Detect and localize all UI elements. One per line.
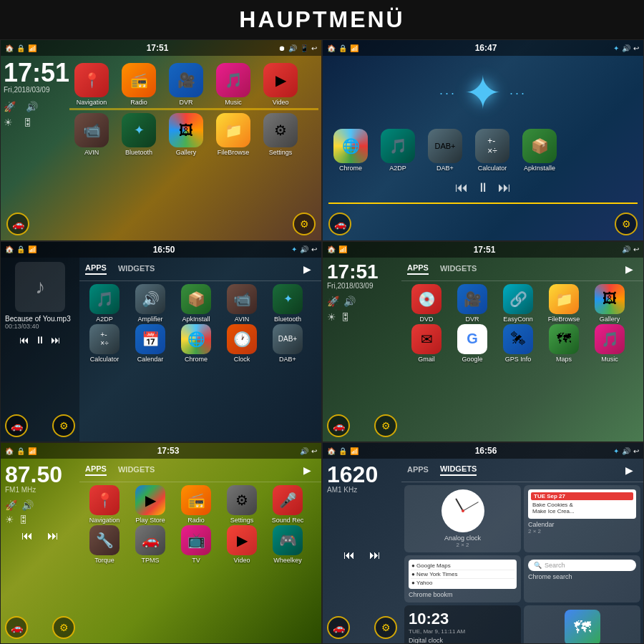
app-playstore-5[interactable]: ▶ Play Store bbox=[128, 485, 172, 524]
app-torque-5[interactable]: 🔧 Torque bbox=[82, 525, 127, 564]
dock-btn-42[interactable]: ⚙ bbox=[374, 414, 397, 437]
app-easyconn-4[interactable]: 🔗 EasyConn bbox=[496, 284, 540, 323]
app-gps-4[interactable]: 🛰 GPS Info bbox=[496, 324, 540, 363]
app-calc-2[interactable]: +-×÷ Calculator bbox=[470, 129, 514, 172]
app-a2dp-3[interactable]: 🎵 A2DP bbox=[82, 284, 127, 323]
widget-chrome-bookmarks[interactable]: ● Google Maps ● New York Times ● Yahoo C… bbox=[404, 555, 521, 602]
home-icon-2[interactable]: 🏠 bbox=[327, 44, 336, 52]
app-dab-3[interactable]: DAB+ DAB+ bbox=[265, 324, 310, 363]
next-btn-2[interactable]: ⏭ bbox=[498, 180, 511, 195]
widget-analog-clock[interactable]: Analog clock 2 × 2 bbox=[404, 485, 521, 552]
prev-btn-3[interactable]: ⏮ bbox=[19, 334, 29, 346]
tab-widgets-3[interactable]: WIDGETS bbox=[118, 264, 155, 274]
back-icon-2[interactable]: ↩ bbox=[633, 44, 639, 52]
play-btn-2[interactable]: ⏸ bbox=[477, 180, 489, 195]
app-gmail-4[interactable]: ✉ Gmail bbox=[404, 324, 449, 363]
app-dvr[interactable]: 🎥 DVR bbox=[164, 63, 208, 106]
dock-btn-2[interactable]: ⚙ bbox=[293, 213, 316, 235]
tab-widgets-4[interactable]: WIDGETS bbox=[440, 264, 477, 274]
dock-btn-22[interactable]: ⚙ bbox=[615, 213, 638, 235]
radio-prev-5[interactable]: ⏮ bbox=[21, 530, 33, 542]
play-store-btn-5[interactable]: ▶ bbox=[298, 462, 316, 479]
tab-apps-6[interactable]: APPS bbox=[407, 465, 429, 475]
app-filebrowse[interactable]: 📁 FileBrowse bbox=[211, 113, 255, 156]
back-icon-3[interactable]: ↩ bbox=[311, 245, 317, 253]
app-apkinstall-3[interactable]: 📦 ApkInstall bbox=[174, 284, 218, 323]
app-gallery[interactable]: 🖼 Gallery bbox=[164, 113, 208, 156]
prev-btn-2[interactable]: ⏮ bbox=[455, 180, 468, 195]
app-chrome-2[interactable]: 🌐 Chrome bbox=[328, 129, 373, 172]
next-btn-3[interactable]: ⏭ bbox=[51, 334, 61, 346]
app-music-4[interactable]: 🎵 Music bbox=[587, 324, 632, 363]
back-icon[interactable]: ↩ bbox=[311, 44, 317, 52]
app-gallery-4[interactable]: 🖼 Gallery bbox=[587, 284, 632, 323]
app-chrome-3[interactable]: 🌐 Chrome bbox=[174, 324, 218, 363]
app-calc-3[interactable]: +-×÷ Calculator bbox=[82, 324, 127, 363]
widget-chrome-search[interactable]: 🔍 Search Chrome search bbox=[524, 555, 640, 602]
app-google-4[interactable]: G Google bbox=[450, 324, 494, 363]
app-dab-2[interactable]: DAB+ DAB+ bbox=[423, 129, 467, 172]
app-filebrowse-4[interactable]: 📁 FileBrowse bbox=[542, 284, 586, 323]
app-tpms-5[interactable]: 🚗 TPMS bbox=[128, 525, 172, 564]
dock-btn-31[interactable]: 🚗 bbox=[5, 414, 28, 437]
home-icon-3[interactable]: 🏠 bbox=[5, 245, 14, 253]
widget-calendar[interactable]: TUE Sep 27 Bake Cookies &Make Ice Crea..… bbox=[524, 485, 640, 552]
tab-widgets-5[interactable]: WIDGETS bbox=[118, 465, 155, 475]
back-icon-5[interactable]: ↩ bbox=[311, 447, 317, 455]
sun-icon-5[interactable]: ☀ bbox=[5, 514, 14, 525]
play-store-btn-4[interactable]: ▶ bbox=[620, 260, 638, 278]
tab-apps-4[interactable]: APPS bbox=[407, 263, 429, 275]
vol-ctrl-5[interactable]: 🔊 bbox=[21, 499, 34, 511]
app-dvd-4[interactable]: 💿 DVD bbox=[404, 284, 449, 323]
app-video[interactable]: ▶ Video bbox=[258, 63, 303, 106]
dock-btn-51[interactable]: 🚗 bbox=[5, 616, 28, 639]
vol-ctrl-icon-4[interactable]: 🔊 bbox=[343, 296, 356, 307]
sun-icon-4[interactable]: ☀ bbox=[327, 311, 336, 323]
app-apk-2[interactable]: 📦 ApkInstalle bbox=[517, 129, 562, 172]
back-icon-4[interactable]: ↩ bbox=[633, 245, 639, 253]
play-btn-3[interactable]: ⏸ bbox=[35, 334, 45, 346]
tab-apps-3[interactable]: APPS bbox=[85, 263, 107, 275]
play-store-btn-6[interactable]: ▶ bbox=[620, 462, 638, 479]
app-navigation[interactable]: 📍 Navigation bbox=[69, 63, 114, 106]
equalizer-icon[interactable]: 🎛 bbox=[23, 117, 33, 128]
app-dvr-4[interactable]: 🎥 DVR bbox=[450, 284, 494, 323]
tab-apps-5[interactable]: APPS bbox=[85, 464, 107, 476]
app-wheelkey-5[interactable]: 🎮 Wheelkey bbox=[265, 525, 310, 564]
home-icon-4[interactable]: 🏠 bbox=[327, 245, 336, 253]
app-clock-3[interactable]: 🕐 Clock bbox=[220, 324, 264, 363]
dock-btn-41[interactable]: 🚗 bbox=[327, 414, 350, 437]
dock-btn-52[interactable]: ⚙ bbox=[52, 616, 75, 639]
app-soundrec-5[interactable]: 🎤 Sound Rec bbox=[265, 485, 310, 524]
back-icon-6[interactable]: ↩ bbox=[633, 447, 639, 455]
app-tv-5[interactable]: 📺 TV bbox=[174, 525, 218, 564]
dock-btn-32[interactable]: ⚙ bbox=[52, 414, 75, 437]
home-icon[interactable]: 🏠 bbox=[5, 44, 14, 52]
app-video-5[interactable]: ▶ Video bbox=[220, 525, 264, 564]
app-amplifier-3[interactable]: 🔊 Amplifier bbox=[128, 284, 172, 323]
app-nav-5[interactable]: 📍 Navigation bbox=[82, 485, 127, 524]
home-icon-5[interactable]: 🏠 bbox=[5, 447, 14, 455]
widget-directions[interactable]: 🗺 Directions 1 × 1 bbox=[524, 605, 640, 643]
dock-btn-61[interactable]: 🚗 bbox=[327, 616, 350, 639]
app-maps-4[interactable]: 🗺 Maps bbox=[542, 324, 586, 363]
widget-digital-clock[interactable]: 10:23 TUE, Mar 9, 11:11 AM Digital clock bbox=[404, 605, 521, 643]
app-music[interactable]: 🎵 Music bbox=[211, 63, 255, 106]
radio-next-5[interactable]: ⏭ bbox=[47, 530, 59, 542]
app-settings[interactable]: ⚙ Settings bbox=[258, 113, 303, 156]
brightness-icon[interactable]: ☀ bbox=[4, 117, 13, 128]
app-avin-3[interactable]: 📹 AVIN bbox=[220, 284, 264, 323]
app-bluetooth[interactable]: ✦ Bluetooth bbox=[117, 113, 161, 156]
home-icon-6[interactable]: 🏠 bbox=[327, 447, 336, 455]
app-radio-5[interactable]: 📻 Radio bbox=[174, 485, 218, 524]
eq-icon-4[interactable]: 🎛 bbox=[341, 311, 351, 323]
app-settings-5[interactable]: ⚙ Settings bbox=[220, 485, 264, 524]
app-a2dp-2[interactable]: 🎵 A2DP bbox=[376, 129, 420, 172]
eq-icon-5[interactable]: 🎛 bbox=[19, 514, 29, 525]
play-store-btn-3[interactable]: ▶ bbox=[298, 260, 316, 278]
app-avin[interactable]: 📹 AVIN bbox=[69, 113, 114, 156]
dock-btn-21[interactable]: 🚗 bbox=[328, 213, 351, 235]
dock-btn-1[interactable]: 🚗 bbox=[6, 213, 29, 235]
app-radio[interactable]: 📻 Radio bbox=[117, 63, 161, 106]
tab-widgets-6[interactable]: WIDGETS bbox=[440, 464, 477, 476]
